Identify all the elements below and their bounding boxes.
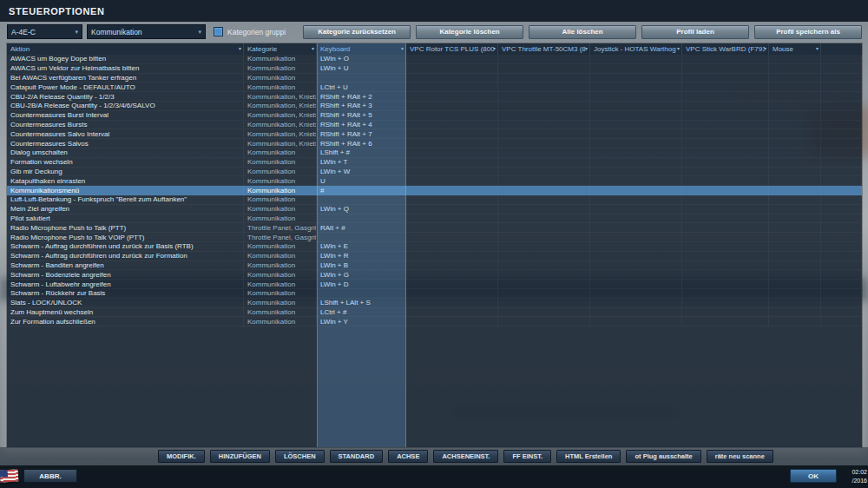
footer-button-2[interactable]: LÖSCHEN [275, 450, 325, 463]
binding-row[interactable]: AWACS um Bogey Dope bittenKommunikationL… [7, 55, 862, 64]
cell-kategorie[interactable]: Kommunikation [244, 280, 317, 288]
toolbar-button-4[interactable]: Profil speichern als [754, 25, 862, 39]
cell-device[interactable] [498, 121, 590, 129]
cell-aktion[interactable]: Schwarm - Auftrag durchführen und zurück… [7, 242, 244, 251]
cell-device[interactable] [590, 92, 682, 101]
cell-device[interactable] [682, 299, 769, 307]
cell-keyboard[interactable] [317, 289, 406, 298]
cell-device[interactable] [498, 129, 590, 138]
cell-device[interactable] [682, 270, 769, 279]
cell-device[interactable] [821, 233, 862, 241]
cell-device[interactable] [406, 289, 498, 298]
binding-row[interactable]: Zur Formation aufschließenKommunikationL… [7, 317, 862, 326]
binding-row[interactable]: Gib mir DeckungKommunikationLWin + W [7, 168, 862, 177]
cell-device[interactable] [821, 289, 862, 298]
cell-keyboard[interactable]: RShift + RAlt + 2 [317, 92, 406, 101]
cell-keyboard[interactable]: LWin + D [317, 280, 406, 288]
cell-device[interactable] [406, 186, 498, 195]
cell-device[interactable] [590, 102, 682, 110]
cell-device[interactable] [821, 139, 862, 148]
cell-device[interactable] [682, 121, 769, 129]
cell-device[interactable] [498, 270, 590, 279]
cell-kategorie[interactable]: Kommunikation [244, 289, 317, 298]
cell-device[interactable] [682, 148, 769, 157]
cell-kategorie[interactable]: Throttle Panel, Gasgriff (T [244, 233, 317, 241]
binding-row[interactable]: Countermeasures SalvosKommunikation, Kni… [7, 139, 862, 148]
cell-device[interactable] [590, 176, 682, 185]
cell-device[interactable] [682, 168, 769, 176]
cell-kategorie[interactable]: Kommunikation [244, 270, 317, 279]
cell-keyboard[interactable]: LCtrl + # [317, 308, 406, 317]
cell-device[interactable] [821, 280, 862, 288]
cell-aktion[interactable]: Bei AWACS verfügbaren Tanker erfragen [7, 74, 244, 82]
cell-device[interactable] [769, 205, 821, 214]
cell-device[interactable] [498, 214, 590, 223]
cell-keyboard[interactable] [317, 214, 406, 223]
cell-aktion[interactable]: AWACS um Bogey Dope bitten [7, 55, 244, 63]
cell-aktion[interactable]: AWACS um Vektor zur Heimatbasis bitten [7, 64, 244, 73]
cell-device[interactable] [821, 64, 862, 73]
cell-device[interactable] [406, 82, 498, 91]
cell-device[interactable] [498, 176, 590, 185]
cell-device[interactable] [821, 242, 862, 251]
cell-keyboard[interactable] [317, 74, 406, 82]
cell-device[interactable] [769, 280, 821, 288]
cell-kategorie[interactable]: Kommunikation [244, 55, 317, 63]
binding-row[interactable]: Formation wechselnKommunikationLWin + T [7, 158, 862, 168]
binding-row[interactable]: Schwarm - Rückkehr zur BasisKommunikatio… [7, 289, 862, 299]
cell-kategorie[interactable]: Kommunikation [244, 64, 317, 73]
binding-row-selected[interactable]: KommunikationsmenüKommunikation# [7, 186, 862, 195]
cell-keyboard[interactable]: LShift + # [317, 148, 406, 157]
binding-row[interactable]: Countermeasures BurstsKommunikation, Kni… [7, 121, 862, 130]
cell-aktion[interactable]: Schwarm - Banditen angreifen [7, 261, 244, 270]
footer-button-0[interactable]: MODIFIK. [158, 450, 205, 463]
cell-device[interactable] [821, 74, 862, 82]
cell-device[interactable] [498, 280, 590, 288]
cell-keyboard[interactable]: RShift + RAlt + 3 [317, 102, 406, 110]
cell-kategorie[interactable]: Kommunikation [244, 186, 317, 195]
cell-keyboard[interactable]: LShift + LAlt + S [317, 299, 406, 307]
cell-device[interactable] [590, 317, 682, 326]
cell-keyboard[interactable]: RShift + RAlt + 4 [317, 121, 406, 129]
cell-device[interactable] [682, 92, 769, 101]
cell-device[interactable] [682, 195, 769, 204]
binding-row[interactable]: Radio Microphone Push to Talk VOIP (PTT)… [7, 233, 862, 242]
cell-keyboard[interactable]: # [317, 186, 406, 195]
cell-device[interactable] [406, 168, 498, 176]
cell-aktion[interactable]: Radio Microphone Push to Talk (PTT) [7, 223, 244, 232]
cell-keyboard[interactable]: LWin + E [317, 242, 406, 251]
cell-device[interactable] [498, 289, 590, 298]
column-header-5[interactable]: Joystick - HOTAS Warthog ...▾ [590, 43, 682, 55]
cell-kategorie[interactable]: Throttle Panel, Gasgriff (T [244, 223, 317, 232]
cell-device[interactable] [406, 74, 498, 82]
cell-device[interactable] [498, 299, 590, 307]
cell-device[interactable] [406, 176, 498, 185]
column-header-2[interactable]: Keyboard▾ [317, 43, 406, 55]
cell-device[interactable] [682, 214, 769, 223]
cell-aktion[interactable]: Countermeasures Bursts [7, 121, 244, 129]
cell-keyboard[interactable]: LWin + B [317, 261, 406, 270]
cell-kategorie[interactable]: Kommunikation [244, 195, 317, 204]
cell-device[interactable] [821, 317, 862, 326]
cell-device[interactable] [769, 317, 821, 326]
binding-row[interactable]: Pilot salutiertKommunikation [7, 214, 862, 224]
toolbar-button-0[interactable]: Kategorie zurücksetzen [303, 25, 411, 39]
column-header-7[interactable]: Mouse▾ [769, 43, 821, 55]
footer-button-8[interactable]: ot Plug ausschalte [626, 450, 700, 463]
footer-button-4[interactable]: ACHSE [388, 450, 428, 463]
binding-row[interactable]: Luft-Luft-Betankung - Funkspruch "Bereit… [7, 195, 862, 205]
cell-device[interactable] [769, 195, 821, 204]
cell-device[interactable] [406, 242, 498, 251]
cell-device[interactable] [682, 111, 769, 120]
cell-aktion[interactable]: Catapult Power Mode - DEFAULT/AUTO [7, 82, 244, 91]
cell-kategorie[interactable]: Kommunikation [244, 252, 317, 260]
cell-kategorie[interactable]: Kommunikation [244, 82, 317, 91]
cell-device[interactable] [406, 270, 498, 279]
cell-device[interactable] [821, 55, 862, 63]
cell-kategorie[interactable]: Kommunikation [244, 214, 317, 223]
cell-device[interactable] [406, 280, 498, 288]
cell-device[interactable] [682, 308, 769, 317]
cell-device[interactable] [406, 252, 498, 260]
cell-keyboard[interactable]: LCtrl + U [317, 82, 406, 91]
cell-keyboard[interactable]: LWin + U [317, 64, 406, 73]
